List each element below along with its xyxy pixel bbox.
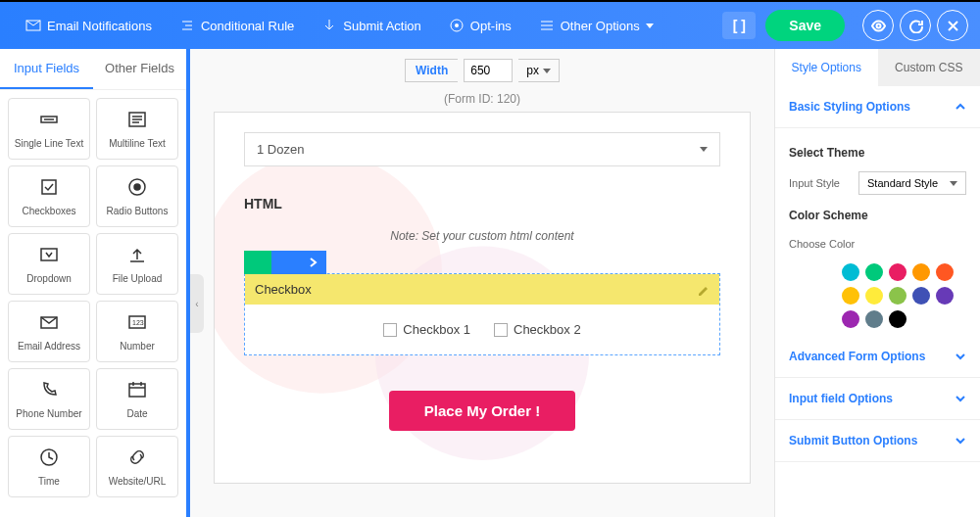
field-date[interactable]: Date: [96, 368, 178, 430]
align-cols-button[interactable]: [271, 251, 299, 274]
chevron-down-icon: [955, 351, 966, 362]
svg-rect-10: [42, 180, 56, 194]
input-style-select[interactable]: Standard Style: [858, 171, 966, 195]
checkbox-box: [494, 323, 508, 337]
optin-icon: [449, 18, 465, 33]
color-swatch[interactable]: [889, 287, 906, 305]
move-next-button[interactable]: [299, 251, 326, 274]
field-dropdown[interactable]: Dropdown: [8, 233, 90, 295]
tab-style-options[interactable]: Style Options: [775, 49, 878, 86]
close-icon: [946, 19, 960, 33]
form-area: 1 Dozen HTML Note: Set your custom html …: [214, 112, 751, 484]
right-tabs: Style Options Custom CSS: [775, 49, 980, 86]
menu-email-notifications[interactable]: Email Notifications: [12, 18, 166, 33]
chevron-down-icon: [646, 24, 654, 28]
right-panel: Style Options Custom CSS Basic Styling O…: [774, 49, 980, 517]
field-checkboxes[interactable]: Checkboxes: [8, 165, 90, 227]
settings-icon: [539, 18, 555, 33]
color-swatch[interactable]: [889, 263, 906, 281]
field-radio[interactable]: Radio Buttons: [96, 165, 178, 227]
html-field-label: HTML: [244, 196, 720, 212]
svg-point-2: [455, 24, 459, 27]
checkbox-box: [383, 323, 397, 337]
input-style-row: Input Style Standard Style: [789, 171, 966, 195]
field-single-line[interactable]: Single Line Text: [8, 98, 90, 160]
save-button[interactable]: Save: [765, 10, 845, 41]
mail-icon: [25, 18, 41, 33]
accordion-input-field[interactable]: Input field Options: [775, 378, 980, 420]
main-area: Input Fields Other Fields Single Line Te…: [0, 49, 980, 517]
checkbox-body: Checkbox 1 Checkbox 2: [245, 305, 719, 354]
checkbox-title: Checkbox: [255, 282, 312, 297]
accordion-basic-styling[interactable]: Basic Styling Options: [775, 86, 980, 128]
color-scheme-title: Color Scheme: [789, 209, 966, 222]
checkbox-option-1[interactable]: Checkbox 1: [383, 322, 470, 337]
menu-optins[interactable]: Opt-ins: [435, 18, 525, 33]
close-button[interactable]: [937, 10, 968, 41]
choose-color-label: Choose Color: [789, 238, 855, 250]
width-bar: Width px: [214, 49, 751, 92]
eye-icon: [871, 19, 886, 33]
color-swatch[interactable]: [889, 310, 906, 328]
chevron-down-icon: [950, 181, 957, 186]
input-style-label: Input Style: [789, 177, 840, 189]
form-id: (Form ID: 120): [214, 92, 751, 106]
width-input[interactable]: [464, 59, 513, 82]
field-email[interactable]: Email Address: [8, 301, 90, 362]
tab-other-fields[interactable]: Other Fields: [93, 49, 186, 89]
edit-icon[interactable]: [697, 283, 710, 296]
color-swatch[interactable]: [842, 287, 859, 305]
field-url[interactable]: Website/URL: [96, 436, 178, 497]
color-swatch[interactable]: [865, 263, 883, 281]
menu-conditional-rule[interactable]: Conditional Rule: [166, 18, 308, 33]
color-swatch[interactable]: [912, 263, 930, 281]
menu-label: Other Options: [561, 19, 640, 33]
form-dropdown[interactable]: 1 Dozen: [244, 132, 720, 166]
basic-styling-body: Select Theme Input Style Standard Style …: [775, 128, 980, 336]
align-full-button[interactable]: [244, 251, 271, 274]
checkbox-header: Checkbox: [245, 274, 719, 305]
submit-icon: [321, 18, 337, 33]
color-swatch[interactable]: [842, 310, 859, 328]
refresh-button[interactable]: [900, 10, 931, 41]
svg-text:123: 123: [132, 319, 144, 326]
field-grid: Single Line Text Multiline Text Checkbox…: [0, 90, 186, 505]
chevron-down-icon: [543, 69, 551, 73]
chevron-down-icon: [955, 435, 966, 446]
color-swatch[interactable]: [842, 263, 859, 281]
tab-custom-css[interactable]: Custom CSS: [878, 49, 981, 86]
chevron-down-icon: [955, 393, 966, 404]
field-multiline[interactable]: Multiline Text: [96, 98, 178, 160]
menu-label: Opt-ins: [470, 19, 512, 33]
field-time[interactable]: Time: [8, 436, 90, 497]
collapse-handle[interactable]: ‹: [190, 274, 204, 333]
color-swatch[interactable]: [936, 287, 954, 305]
svg-rect-17: [129, 384, 145, 397]
menu-label: Submit Action: [343, 19, 421, 33]
accordion-submit-button[interactable]: Submit Button Options: [775, 420, 980, 462]
menu-other-options[interactable]: Other Options: [525, 18, 667, 33]
svg-rect-13: [41, 249, 57, 260]
color-swatch[interactable]: [865, 287, 883, 305]
color-swatch[interactable]: [865, 310, 883, 328]
select-theme-title: Select Theme: [789, 146, 966, 160]
field-file-upload[interactable]: File Upload: [96, 233, 178, 295]
left-tabs: Input Fields Other Fields: [0, 49, 186, 90]
field-number[interactable]: 123Number: [96, 301, 178, 362]
field-phone[interactable]: Phone Number: [8, 368, 90, 430]
color-swatch[interactable]: [936, 263, 954, 281]
color-swatch[interactable]: [912, 287, 930, 305]
menu-submit-action[interactable]: Submit Action: [308, 18, 435, 33]
preview-button[interactable]: [862, 10, 894, 41]
width-unit[interactable]: px: [518, 59, 560, 82]
checkbox-block[interactable]: Checkbox Checkbox 1 Checkbox 2: [244, 273, 720, 355]
checkbox-option-2[interactable]: Checkbox 2: [494, 322, 581, 337]
dropdown-value: 1 Dozen: [257, 142, 304, 157]
submit-button[interactable]: Place My Order !: [389, 391, 575, 431]
accordion-advanced-form[interactable]: Advanced Form Options: [775, 336, 980, 378]
tab-input-fields[interactable]: Input Fields: [0, 49, 93, 89]
html-note: Note: Set your custom html content: [244, 229, 720, 243]
code-toggle-button[interactable]: [ ]: [722, 12, 756, 39]
color-swatches: [789, 263, 966, 328]
top-toolbar: Email Notifications Conditional Rule Sub…: [0, 0, 980, 49]
